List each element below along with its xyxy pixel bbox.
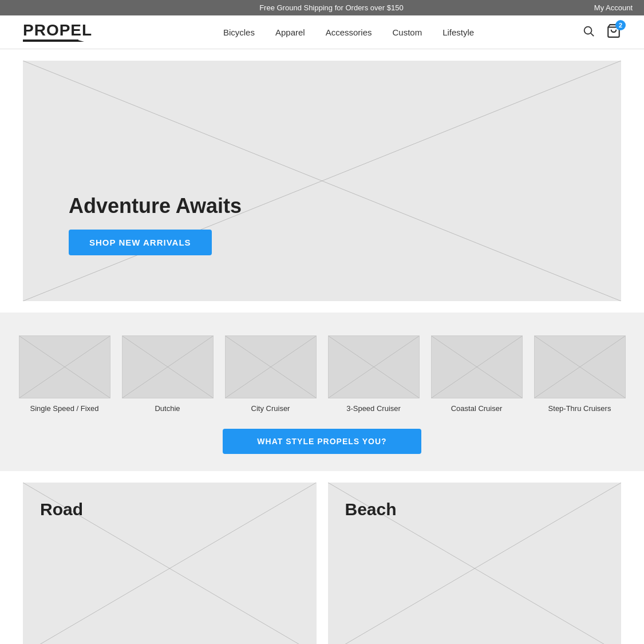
category-label-single-speed: Single Speed / Fixed <box>30 404 99 413</box>
category-image-dutchie <box>122 335 214 398</box>
category-item-coastal[interactable]: Coastal Cruiser <box>431 335 523 413</box>
dual-item-beach[interactable]: Beach <box>328 483 622 644</box>
category-item-city-cruiser[interactable]: City Cruiser <box>225 335 317 413</box>
cart-button[interactable]: 2 <box>606 23 621 41</box>
main-nav: Bicycles Apparel Accessories Custom Life… <box>115 27 582 37</box>
category-item-3-speed[interactable]: 3-Speed Cruiser <box>328 335 420 413</box>
placeholder-svg <box>432 336 522 398</box>
my-account-link[interactable]: My Account <box>594 3 633 12</box>
category-label-step-thru: Step-Thru Cruisers <box>548 404 611 413</box>
dual-section: Road Beach <box>0 471 644 644</box>
placeholder-svg <box>226 336 316 398</box>
dual-item-road[interactable]: Road <box>23 483 317 644</box>
category-image-3-speed <box>328 335 420 398</box>
category-grid: Single Speed / Fixed Dutchie City Cr <box>11 335 633 413</box>
category-image-coastal <box>431 335 523 398</box>
shop-new-arrivals-button[interactable]: SHOP NEW ARRIVALS <box>69 230 212 255</box>
placeholder-svg <box>535 336 625 398</box>
search-button[interactable] <box>582 25 595 39</box>
placeholder-svg <box>329 336 419 398</box>
category-label-dutchie: Dutchie <box>155 404 180 413</box>
category-item-step-thru[interactable]: Step-Thru Cruisers <box>534 335 626 413</box>
category-image-single-speed <box>19 335 110 398</box>
logo-underline <box>23 39 78 42</box>
header-icons: 2 <box>582 23 621 41</box>
category-label-coastal: Coastal Cruiser <box>451 404 503 413</box>
logo-text: PROPEL <box>23 21 92 39</box>
category-item-single-speed[interactable]: Single Speed / Fixed <box>19 335 110 413</box>
hero-content: Adventure Awaits SHOP NEW ARRIVALS <box>69 194 242 255</box>
logo[interactable]: PROPEL <box>23 22 92 42</box>
style-cta-wrap: WHAT STYLE PROPELS YOU? <box>11 429 633 454</box>
promo-text: Free Ground Shipping for Orders over $15… <box>69 3 594 12</box>
nav-bicycles[interactable]: Bicycles <box>223 27 255 37</box>
search-icon <box>582 25 595 37</box>
placeholder-svg <box>123 336 213 398</box>
nav-apparel[interactable]: Apparel <box>275 27 305 37</box>
hero-title: Adventure Awaits <box>69 194 242 218</box>
hero-placeholder-svg <box>23 61 621 301</box>
category-item-dutchie[interactable]: Dutchie <box>122 335 214 413</box>
nav-lifestyle[interactable]: Lifestyle <box>442 27 474 37</box>
dual-label-road: Road <box>40 500 83 519</box>
dual-label-beach: Beach <box>345 500 397 519</box>
hero-section: Adventure Awaits SHOP NEW ARRIVALS <box>23 61 621 301</box>
svg-line-1 <box>591 33 594 36</box>
svg-point-0 <box>584 27 592 34</box>
category-image-city-cruiser <box>225 335 317 398</box>
top-bar: Free Ground Shipping for Orders over $15… <box>0 0 644 15</box>
nav-custom[interactable]: Custom <box>393 27 422 37</box>
cart-badge: 2 <box>615 20 626 30</box>
category-image-step-thru <box>534 335 626 398</box>
nav-accessories[interactable]: Accessories <box>326 27 372 37</box>
style-propels-button[interactable]: WHAT STYLE PROPELS YOU? <box>223 429 421 454</box>
hero-image-placeholder <box>23 61 621 301</box>
category-section: Single Speed / Fixed Dutchie City Cr <box>0 313 644 471</box>
placeholder-svg <box>19 336 110 398</box>
header: PROPEL Bicycles Apparel Accessories Cust… <box>0 15 644 49</box>
category-label-3-speed: 3-Speed Cruiser <box>346 404 401 413</box>
category-label-city-cruiser: City Cruiser <box>251 404 290 413</box>
